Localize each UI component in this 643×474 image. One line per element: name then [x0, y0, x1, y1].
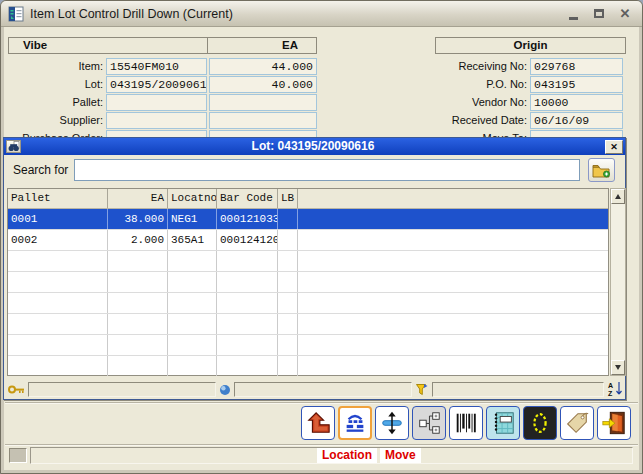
table-body: 0001 38.000 NEG1 000121033 0002 2.000 36… [8, 209, 608, 376]
supplier-field[interactable] [106, 112, 207, 129]
maximize-icon [594, 9, 604, 18]
scroll-down-icon [615, 365, 621, 370]
item-ea-field[interactable]: 44.000 [209, 58, 317, 75]
column-header-pallet[interactable]: Pallet [8, 189, 108, 208]
pallet-ea-field[interactable] [209, 94, 317, 111]
lot-label: Lot: [5, 76, 103, 93]
received-date-label: Received Date: [421, 112, 527, 129]
cell-bar-code: 000124120 [217, 230, 278, 250]
lot-field[interactable]: 043195/20090616 [106, 76, 207, 93]
divider [5, 444, 638, 446]
dialog-statusbar: A Z [6, 380, 623, 399]
tag-icon [564, 410, 590, 436]
ea-column-header[interactable]: EA [207, 37, 317, 54]
status-location-label: Location [317, 448, 377, 463]
empty-row [8, 314, 608, 335]
scroll-up-icon [615, 194, 621, 199]
truck-button[interactable] [338, 406, 372, 440]
binoculars-icon [6, 140, 21, 153]
lot-drilldown-dialog: Lot: 043195/20090616 ✕ Search for Pallet… [3, 137, 626, 400]
cell-locatno: NEG1 [168, 209, 217, 229]
receiving-no-field[interactable]: 029768 [530, 58, 623, 75]
flowchart-icon [416, 410, 442, 436]
cell-locatno: 365A1 [168, 230, 217, 250]
status-field-filter [432, 382, 604, 397]
empty-row [8, 293, 608, 314]
minimize-icon [569, 17, 578, 20]
barcode-icon [453, 410, 479, 436]
vendor-no-label: Vendor No: [421, 94, 527, 111]
origin-column-header[interactable]: Origin [435, 37, 626, 54]
filter-icon [415, 383, 429, 396]
dialog-close-button[interactable]: ✕ [605, 140, 623, 154]
pallet-field[interactable] [106, 94, 207, 111]
cell-lb [278, 230, 298, 250]
empty-row [8, 272, 608, 293]
flowchart-button[interactable] [412, 406, 446, 440]
close-button[interactable]: ✕ [615, 5, 635, 23]
app-window: Item Lot Control Drill Down (Current) ✕ … [0, 0, 643, 474]
lot-ea-field[interactable]: 40.000 [209, 76, 317, 93]
empty-row [8, 356, 608, 376]
folder-search-icon [592, 163, 611, 178]
maximize-button[interactable] [589, 5, 609, 23]
column-header-lb[interactable]: LB [278, 189, 298, 208]
dialog-title: Lot: 043195/20090616 [23, 138, 603, 155]
notebook-icon [490, 410, 516, 436]
dialog-titlebar[interactable]: Lot: 043195/20090616 ✕ [4, 138, 625, 155]
barcode-button[interactable] [449, 406, 483, 440]
sort-az-icon[interactable]: A Z [607, 381, 623, 398]
item-label: Item: [5, 58, 103, 75]
tag-button[interactable] [560, 406, 594, 440]
cell-ea: 2.000 [108, 230, 168, 250]
table-scrollbar[interactable] [610, 188, 626, 376]
po-no-label: P.O. No: [421, 76, 527, 93]
status-grip-box [9, 448, 27, 463]
item-field[interactable]: 15540FM010 [106, 58, 207, 75]
bottom-toolbar [301, 406, 631, 440]
return-arrow-icon [305, 410, 331, 436]
empty-row [8, 251, 608, 272]
zero-icon [527, 410, 553, 436]
vendor-no-field[interactable]: 10000 [530, 94, 623, 111]
move-updown-button[interactable] [375, 406, 409, 440]
vibe-column-header[interactable]: Vibe [8, 37, 208, 54]
move-vertical-icon [379, 410, 405, 436]
search-for-label: Search for [13, 163, 68, 177]
column-header-bar-code[interactable]: Bar Code [217, 189, 278, 208]
search-browse-button[interactable] [588, 158, 615, 182]
column-header-locatno[interactable]: Locatno [168, 189, 217, 208]
table-row[interactable]: 0002 2.000 365A1 000124120 [8, 230, 608, 251]
notebook-button[interactable] [486, 406, 520, 440]
supplier-ea-field[interactable] [209, 112, 317, 129]
exit-door-icon [601, 410, 627, 436]
exit-button[interactable] [597, 406, 631, 440]
app-icon [8, 6, 24, 22]
pallet-label: Pallet: [5, 94, 103, 111]
table-row-selected[interactable]: 0001 38.000 NEG1 000121033 [8, 209, 608, 230]
key-icon [8, 384, 25, 395]
return-button[interactable] [301, 406, 335, 440]
scroll-up-button[interactable] [611, 189, 625, 204]
minimize-button[interactable] [563, 5, 583, 23]
status-field-globe [234, 382, 412, 397]
search-input[interactable] [74, 159, 580, 181]
zero-button[interactable] [523, 406, 557, 440]
truck-icon [342, 410, 368, 436]
column-header-filler [298, 189, 608, 208]
po-no-field[interactable]: 043195 [530, 76, 623, 93]
status-move-label: Move [380, 448, 421, 463]
cell-lb [278, 209, 298, 229]
cell-pallet: 0002 [8, 230, 108, 250]
scroll-down-button[interactable] [611, 360, 625, 375]
supplier-label: Supplier: [5, 112, 103, 129]
cell-bar-code: 000121033 [217, 209, 278, 229]
received-date-field[interactable]: 06/16/09 [530, 112, 623, 129]
cell-pallet: 0001 [8, 209, 108, 229]
column-header-ea[interactable]: EA [108, 189, 168, 208]
status-field-key [28, 382, 216, 397]
table-header-row: Pallet EA Locatno Bar Code LB [8, 189, 608, 209]
window-title: Item Lot Control Drill Down (Current) [30, 7, 557, 21]
status-message-field: Location Move [30, 447, 633, 464]
cell-ea: 38.000 [108, 209, 168, 229]
